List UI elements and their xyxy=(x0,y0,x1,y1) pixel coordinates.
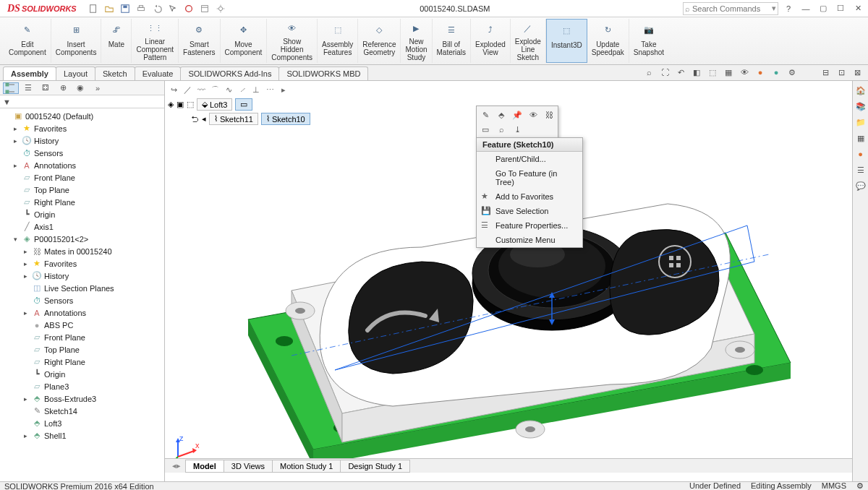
tab-assembly[interactable]: Assembly xyxy=(3,66,56,80)
tree-item[interactable]: ▸AAnnotations xyxy=(1,159,164,171)
bottom-tab-3d-views[interactable]: 3D Views xyxy=(224,460,273,473)
expand-toggle[interactable]: ▸ xyxy=(22,248,30,255)
tree-item[interactable]: ▸⬘Boss-Extrude3 xyxy=(1,392,164,405)
tree-item[interactable]: ▸★Favorites xyxy=(1,122,164,134)
tree-item[interactable]: ⏱Sensors xyxy=(1,294,164,306)
doc-restore-icon[interactable]: ⊡ xyxy=(835,66,848,78)
appearance-icon[interactable]: ● xyxy=(754,66,767,78)
menu-customize-menu[interactable]: Customize Menu xyxy=(477,233,582,247)
view-palette-icon[interactable]: ▦ xyxy=(854,132,867,145)
expand-toggle[interactable]: ▸ xyxy=(22,432,30,439)
tab-nav-icons[interactable]: ◂▸ xyxy=(168,461,185,470)
tree-item[interactable]: ┗Origin xyxy=(1,208,164,220)
tree-item[interactable]: ●ABS PC xyxy=(1,319,164,331)
prev-view-icon[interactable]: ↶ xyxy=(674,66,687,78)
ribbon-insert-components[interactable]: ⊞InsertComponents xyxy=(51,19,102,63)
expand-toggle[interactable]: ▸ xyxy=(12,125,20,132)
doc-close-icon[interactable]: ⊠ xyxy=(851,66,864,78)
ribbon-update-speedpak[interactable]: ↻UpdateSpeedpak xyxy=(587,19,629,63)
bottom-tab-motion-study-1[interactable]: Motion Study 1 xyxy=(272,460,341,473)
more-icon[interactable]: ⋯ xyxy=(264,84,276,95)
ribbon-linear-pattern[interactable]: ⋮⋮LinearComponentPattern xyxy=(132,19,179,63)
maximize-icon[interactable]: ☐ xyxy=(833,2,848,15)
ribbon-assembly-features[interactable]: ⬚AssemblyFeatures xyxy=(318,19,358,63)
menu-save-selection[interactable]: 💾Save Selection xyxy=(477,204,582,218)
edit-sketch-icon[interactable]: ✎ xyxy=(479,108,492,121)
ribbon-new-motion[interactable]: ▶NewMotionStudy xyxy=(401,19,432,63)
tree-item[interactable]: ▱Front Plane xyxy=(1,331,164,343)
settings-icon[interactable] xyxy=(214,2,227,15)
bottom-tab-design-study-1[interactable]: Design Study 1 xyxy=(340,460,410,473)
ribbon-show-hidden[interactable]: 👁ShowHiddenComponents xyxy=(267,19,318,63)
feature-tree[interactable]: ▣00015240 (Default)▸★Favorites▸🕓History⏱… xyxy=(0,108,164,481)
tree-item[interactable]: ▸🕓History xyxy=(1,270,164,282)
tree-item[interactable]: ⏱Sensors xyxy=(1,147,164,159)
save-icon[interactable] xyxy=(119,2,132,15)
menu-go-to-feature-in-tree[interactable]: Go To Feature (in Tree) xyxy=(477,166,582,189)
resources-icon[interactable]: 🏠 xyxy=(854,84,867,97)
custom-props-icon[interactable]: ☰ xyxy=(854,163,867,176)
collapse-icon[interactable]: ⤓ xyxy=(511,123,524,136)
minimize-icon[interactable]: — xyxy=(799,2,813,15)
tree-item[interactable]: ▱Top Plane xyxy=(1,184,164,196)
bc-back-icon[interactable]: ⮌ xyxy=(191,115,199,124)
play-icon[interactable]: ▸ xyxy=(278,84,289,95)
tree-item[interactable]: ◫Live Section Planes xyxy=(1,282,164,294)
status-gear-icon[interactable]: ⚙ xyxy=(856,481,864,490)
options-icon[interactable] xyxy=(198,2,211,15)
tree-item[interactable]: ╱Axis1 xyxy=(1,220,164,233)
tree-item[interactable]: ▸⛓Mates in 00015240 xyxy=(1,245,164,257)
tree-item[interactable]: ▱Right Plane xyxy=(1,356,164,368)
expand-arrow-icon[interactable]: » xyxy=(90,82,106,94)
tree-item[interactable]: ▸AAnnotations xyxy=(1,306,164,319)
ribbon-snapshot[interactable]: 📷TakeSnapshot xyxy=(629,19,668,63)
ribbon-bom[interactable]: ☰Bill ofMaterials xyxy=(433,19,472,63)
box-select-icon[interactable]: ▭ xyxy=(479,123,492,136)
forum-icon[interactable]: 💬 xyxy=(854,179,867,192)
hide-icon[interactable]: 👁 xyxy=(527,108,540,121)
crumb-loft-face[interactable]: ▭ xyxy=(235,98,252,111)
expand-toggle[interactable]: ▸ xyxy=(22,272,30,280)
perp-icon[interactable]: ⊥ xyxy=(250,84,262,95)
crumb-loft[interactable]: ⬙Loft3 xyxy=(197,98,232,111)
tangent-icon[interactable]: ⟋ xyxy=(237,84,248,95)
print-icon[interactable] xyxy=(135,2,148,15)
expand-toggle[interactable]: ▸ xyxy=(12,137,20,145)
tab-evaluate[interactable]: Evaluate xyxy=(135,66,182,80)
help-icon[interactable]: ? xyxy=(781,2,796,15)
view-orient-icon[interactable]: ⬚ xyxy=(706,66,719,78)
ribbon-smart-fasteners[interactable]: ⚙SmartFasteners xyxy=(179,19,220,63)
view-settings-icon[interactable]: ⚙ xyxy=(786,66,799,78)
expand-toggle[interactable]: ▾ xyxy=(12,236,20,243)
design-lib-icon[interactable]: 📚 xyxy=(854,100,867,113)
tree-item[interactable]: ▸⬘Shell1 xyxy=(1,429,164,442)
status-units[interactable]: MMGS xyxy=(822,481,846,490)
new-icon[interactable] xyxy=(87,2,100,15)
fm-tree-tab-icon[interactable] xyxy=(3,82,19,94)
curve-icon[interactable]: ∿ xyxy=(223,84,234,95)
section-icon[interactable]: ◧ xyxy=(690,66,703,78)
bc-body-icon[interactable]: ▣ xyxy=(176,100,184,109)
restore-icon[interactable]: ▢ xyxy=(816,2,830,15)
ribbon-mate[interactable]: 🖇Mate xyxy=(101,19,132,63)
open-icon[interactable] xyxy=(103,2,116,15)
tab-solidworks-add-ins[interactable]: SOLIDWORKS Add-Ins xyxy=(180,66,279,80)
zoom-sel-icon[interactable]: ⌕ xyxy=(495,123,508,136)
pin-icon[interactable]: 📌 xyxy=(511,108,524,121)
rebuild-icon[interactable] xyxy=(182,2,195,15)
bc-prev-icon[interactable]: ◂ xyxy=(202,114,206,124)
ribbon-instant3d[interactable]: ⬚Instant3D xyxy=(546,19,587,63)
crumb-sketch11[interactable]: ⌇Sketch11 xyxy=(209,113,258,125)
ribbon-move-component[interactable]: ✥MoveComponent xyxy=(221,19,268,63)
tree-item[interactable]: ⬘Loft3 xyxy=(1,417,164,429)
tree-item[interactable]: ✎Sketch14 xyxy=(1,405,164,417)
tree-item[interactable]: ▱Front Plane xyxy=(1,171,164,184)
file-explorer-icon[interactable]: 📁 xyxy=(854,116,867,129)
search-input[interactable] xyxy=(692,4,772,13)
tab-sketch[interactable]: Sketch xyxy=(95,66,135,80)
breadcrumb-back-icon[interactable]: ↪ xyxy=(168,84,179,95)
graphics-area[interactable]: ↪ ／ 〰 ⌒ ∿ ⟋ ⊥ ⋯ ▸ ◈ ▣ ⬚ ⬙Loft3 ▭ ⮌ ◂ ⌇Sk… xyxy=(165,81,852,481)
tree-item[interactable]: ┗Origin xyxy=(1,368,164,380)
expand-toggle[interactable]: ▸ xyxy=(22,309,30,317)
menu-feature-properties[interactable]: ☰Feature Properties... xyxy=(477,218,582,233)
